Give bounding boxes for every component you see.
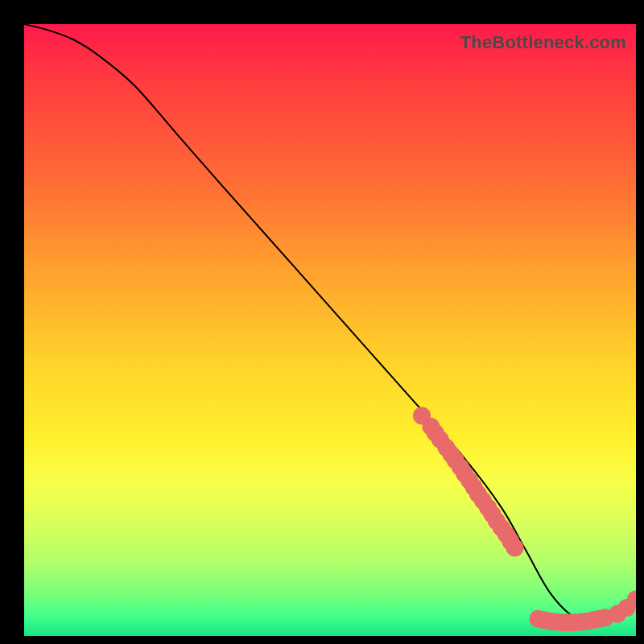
plot-area: TheBottleneck.com — [24, 24, 636, 636]
marker-dot — [630, 593, 636, 605]
chart-frame: TheBottleneck.com — [8, 8, 636, 636]
marker-dot — [509, 542, 520, 553]
line-chart-svg — [24, 24, 636, 636]
marker-dots-group — [416, 410, 636, 628]
bottleneck-curve — [24, 24, 636, 624]
